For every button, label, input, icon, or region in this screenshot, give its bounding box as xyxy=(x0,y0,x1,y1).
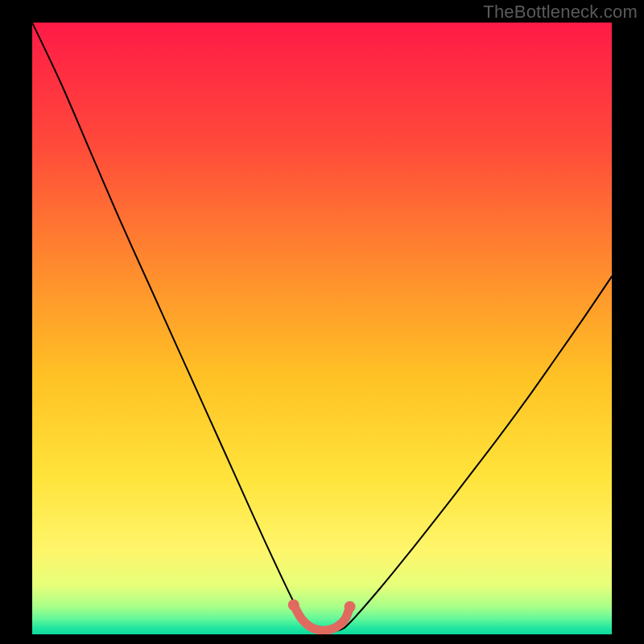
watermark-text: TheBottleneck.com xyxy=(483,2,638,23)
gradient-background xyxy=(32,23,612,634)
chart-svg xyxy=(32,23,612,634)
marker-endpoint-left xyxy=(288,600,299,611)
plot-area xyxy=(32,23,612,634)
chart-frame: TheBottleneck.com xyxy=(0,0,644,644)
marker-endpoint-right xyxy=(345,601,356,613)
